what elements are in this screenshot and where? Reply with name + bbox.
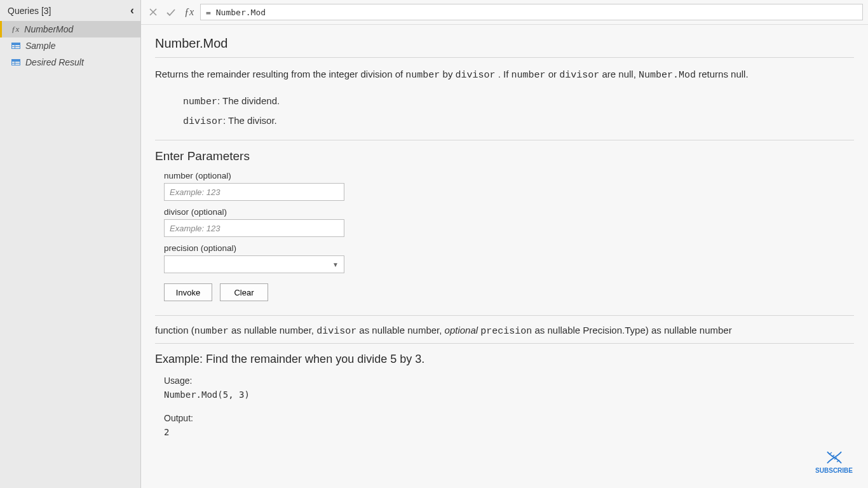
- param-desc: : The divisor.: [223, 115, 277, 126]
- desc-text: or: [548, 69, 560, 79]
- sidebar-item-label: Sample: [25, 41, 55, 51]
- output-value: 2: [164, 425, 854, 439]
- desc-text: are null,: [602, 69, 639, 79]
- sidebar-item-label: NumberMod: [24, 24, 73, 34]
- output-label: Output:: [164, 411, 854, 425]
- param-definitions: number: The dividend. divisor: The divis…: [183, 92, 854, 131]
- desc-code: number: [512, 70, 546, 81]
- divider: [155, 140, 854, 140]
- parameters-form: number (optional) divisor (optional) pre…: [164, 171, 854, 301]
- precision-field-label: precision (optional): [164, 243, 854, 253]
- example-block: Usage: Number.Mod(5, 3) Output: 2: [164, 374, 854, 440]
- cancel-formula-icon[interactable]: [146, 5, 160, 19]
- fx-icon: ƒx: [11, 24, 19, 34]
- commit-formula-icon[interactable]: [164, 5, 178, 19]
- formula-input[interactable]: [200, 4, 863, 20]
- subscribe-badge[interactable]: SUBSCRIBE: [815, 449, 853, 474]
- precision-select[interactable]: ▼: [164, 255, 344, 273]
- sig-text: function (: [155, 325, 194, 336]
- sidebar-header: Queries [3] ‹: [0, 0, 140, 21]
- function-description: Returns the remainder resulting from the…: [155, 67, 854, 83]
- doc-content: Number.Mod Returns the remainder resulti…: [141, 25, 868, 488]
- formula-bar: ƒx: [141, 0, 868, 25]
- number-input[interactable]: [164, 183, 344, 201]
- divider: [155, 315, 854, 316]
- sig-text: as nullable number,: [229, 325, 316, 336]
- divider: [155, 343, 854, 344]
- sidebar-title: Queries [3]: [8, 6, 51, 16]
- divider: [155, 57, 854, 58]
- sidebar-item-numbermod[interactable]: ƒx NumberMod: [0, 21, 140, 37]
- param-def: divisor: The divisor.: [183, 112, 854, 132]
- collapse-sidebar-icon[interactable]: ‹: [130, 4, 134, 17]
- fx-icon[interactable]: ƒx: [182, 6, 196, 18]
- desc-text: by: [443, 69, 456, 79]
- enter-parameters-title: Enter Parameters: [155, 149, 854, 163]
- sig-code: precision: [480, 326, 532, 337]
- desc-text: Returns the remainder resulting from the…: [155, 69, 405, 79]
- sig-code: divisor: [316, 326, 356, 337]
- dna-icon: [825, 449, 844, 466]
- sig-optional: optional: [445, 325, 478, 336]
- function-signature: function (number as nullable number, div…: [155, 325, 854, 337]
- subscribe-label: SUBSCRIBE: [815, 467, 853, 474]
- sig-text: as nullable number,: [356, 325, 444, 336]
- sig-code: number: [194, 326, 229, 337]
- usage-code: Number.Mod(5, 3): [164, 388, 854, 402]
- button-row: Invoke Clear: [164, 283, 854, 301]
- param-def: number: The dividend.: [183, 92, 854, 112]
- invoke-button[interactable]: Invoke: [164, 283, 212, 301]
- desc-code: divisor: [559, 70, 599, 81]
- desc-code: divisor: [456, 70, 496, 81]
- example-title: Example: Find the remainder when you div…: [155, 353, 854, 366]
- chevron-down-icon: ▼: [332, 261, 339, 268]
- param-desc: : The dividend.: [217, 95, 280, 106]
- queries-sidebar: Queries [3] ‹ ƒx NumberMod Sample Desire…: [0, 0, 141, 488]
- clear-button[interactable]: Clear: [220, 283, 268, 301]
- sig-text: as nullable Precision.Type) as nullable …: [532, 325, 731, 336]
- number-field-label: number (optional): [164, 171, 854, 180]
- usage-label: Usage:: [164, 374, 854, 388]
- divisor-field-label: divisor (optional): [164, 207, 854, 217]
- desc-text: returns null.: [698, 69, 748, 79]
- divisor-input[interactable]: [164, 219, 344, 237]
- param-name: divisor: [183, 116, 223, 127]
- desc-text: . If: [498, 69, 512, 79]
- queries-list: ƒx NumberMod Sample Desired Result: [0, 21, 140, 71]
- sidebar-item-sample[interactable]: Sample: [0, 37, 140, 54]
- function-title: Number.Mod: [155, 36, 854, 51]
- sidebar-item-desired-result[interactable]: Desired Result: [0, 54, 140, 71]
- spacer: [164, 402, 854, 411]
- table-icon: [11, 43, 20, 49]
- main-panel: ƒx Number.Mod Returns the remainder resu…: [141, 0, 868, 488]
- desc-code: Number.Mod: [639, 70, 696, 81]
- sidebar-item-label: Desired Result: [25, 57, 84, 67]
- desc-code: number: [405, 70, 440, 81]
- table-icon: [11, 59, 20, 65]
- param-name: number: [183, 97, 217, 107]
